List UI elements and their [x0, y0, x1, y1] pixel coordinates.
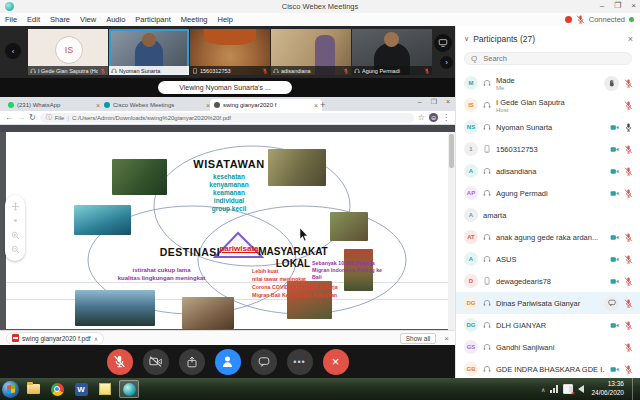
search-input[interactable]: [481, 53, 615, 64]
camera-on-icon[interactable]: [610, 189, 619, 198]
participant-row[interactable]: GB GDE INDRA BHASKARA GDE I...: [456, 358, 640, 380]
browser-minimize-button[interactable]: –: [418, 98, 422, 106]
participant-row-made[interactable]: M MadeMe: [456, 72, 640, 94]
taskbar-webex-button[interactable]: [119, 380, 139, 398]
participant-row[interactable]: DG DLH GIANYAR: [456, 314, 640, 336]
tab-close-icon[interactable]: ×: [314, 102, 318, 109]
muted-mic-icon[interactable]: [624, 101, 633, 110]
minimize-button[interactable]: –: [600, 1, 604, 10]
browser-maximize-button[interactable]: ❐: [431, 98, 437, 106]
browser-menu-icon[interactable]: ⋮: [442, 113, 450, 122]
tab-pdf-active[interactable]: swing gianyar2020 f×: [210, 99, 322, 111]
participant-row-host[interactable]: IS I Gede Gian SaputraHost: [456, 94, 640, 116]
taskbar-chrome-button[interactable]: [47, 380, 67, 398]
muted-mic-icon[interactable]: [624, 321, 633, 330]
camera-on-icon[interactable]: [610, 167, 619, 176]
participant-row-presenter[interactable]: NS Nyoman Sunarta: [456, 116, 640, 138]
chat-button[interactable]: [251, 349, 277, 375]
close-button[interactable]: ×: [631, 1, 636, 10]
reload-icon[interactable]: ↻: [29, 113, 36, 122]
chat-bubble-icon[interactable]: [604, 296, 619, 311]
taskbar-notes-button[interactable]: [95, 380, 115, 398]
camera-on-icon[interactable]: [610, 365, 619, 374]
show-all-downloads-button[interactable]: Show all: [400, 333, 437, 344]
video-tile[interactable]: IS I Gede Gian Saputra (Host): [28, 29, 108, 75]
participant-search[interactable]: Q: [464, 52, 632, 65]
mic-on-icon[interactable]: [624, 123, 633, 132]
muted-mic-icon[interactable]: [624, 189, 633, 198]
participant-row[interactable]: D dewagedearis78: [456, 270, 640, 292]
menu-participant[interactable]: Participant: [130, 15, 175, 24]
new-tab-button[interactable]: +: [320, 100, 325, 110]
forward-icon[interactable]: →: [17, 113, 25, 122]
downloaded-file-chip[interactable]: swing gianyar2020 f.pdf ∧: [6, 332, 104, 345]
end-meeting-button[interactable]: ×: [323, 349, 349, 375]
close-panel-icon[interactable]: ×: [628, 34, 633, 44]
more-options-button[interactable]: •••: [287, 349, 313, 375]
muted-mic-icon[interactable]: [624, 343, 633, 352]
close-downloads-icon[interactable]: ×: [444, 334, 449, 343]
strip-scroll-left-button[interactable]: ‹: [5, 43, 21, 59]
menu-edit[interactable]: Edit: [22, 15, 45, 24]
menu-audio[interactable]: Audio: [101, 15, 130, 24]
muted-mic-icon[interactable]: [624, 167, 633, 176]
muted-mic-icon[interactable]: [624, 299, 633, 308]
back-icon[interactable]: ←: [5, 113, 13, 122]
pdf-scrollbar[interactable]: [448, 132, 455, 330]
menu-file[interactable]: File: [0, 15, 22, 24]
network-icon[interactable]: [550, 385, 558, 393]
taskbar-word-button[interactable]: W: [71, 380, 91, 398]
camera-on-icon[interactable]: [610, 233, 619, 242]
menu-help[interactable]: Help: [212, 15, 237, 24]
zoom-in-icon[interactable]: [11, 231, 20, 240]
menu-meeting[interactable]: Meeting: [176, 15, 213, 24]
participant-row[interactable]: AP Agung Permadi: [456, 182, 640, 204]
menu-view[interactable]: View: [75, 15, 101, 24]
muted-mic-icon[interactable]: [624, 365, 633, 374]
tab-whatsapp[interactable]: (231) WhatsApp×: [4, 99, 104, 111]
start-button[interactable]: [2, 381, 19, 398]
strip-scroll-right-button[interactable]: ›: [440, 56, 453, 69]
tray-expand-icon[interactable]: ∧: [541, 386, 545, 393]
muted-mic-icon[interactable]: [624, 79, 633, 88]
profile-avatar[interactable]: Θ: [429, 113, 438, 122]
camera-on-icon[interactable]: [610, 255, 619, 264]
muted-mic-icon[interactable]: [624, 145, 633, 154]
participant-row[interactable]: AT anak agung gede raka ardan...: [456, 226, 640, 248]
video-tile[interactable]: 1560312753: [190, 29, 270, 75]
browser-close-button[interactable]: ×: [446, 98, 450, 106]
laser-pointer-icon[interactable]: [11, 216, 20, 225]
participant-row-selected[interactable]: DG Dinas Pariwisata Gianyar: [456, 292, 640, 314]
maximize-button[interactable]: ❐: [614, 1, 621, 10]
address-field[interactable]: ⓘ File | C:/Users/Admin/Downloads/swing%…: [40, 113, 414, 123]
video-tile[interactable]: adisandiana: [271, 29, 351, 75]
camera-button[interactable]: [143, 349, 169, 375]
chevron-up-icon[interactable]: ∧: [94, 335, 98, 342]
speaker-icon[interactable]: [578, 385, 584, 393]
mute-button[interactable]: [107, 349, 133, 375]
participant-row[interactable]: A ASUS: [456, 248, 640, 270]
taskbar-explorer-button[interactable]: [23, 380, 43, 398]
zoom-out-icon[interactable]: [11, 245, 20, 254]
camera-on-icon[interactable]: [610, 321, 619, 330]
camera-on-icon[interactable]: [610, 277, 619, 286]
bookmark-star-icon[interactable]: ☆: [418, 113, 425, 122]
video-tile-active-speaker[interactable]: Nyoman Sunarta: [109, 29, 189, 75]
participant-row[interactable]: A amarta: [456, 204, 640, 226]
chevron-down-icon[interactable]: ∨: [464, 35, 469, 43]
show-desktop-button[interactable]: [632, 378, 638, 400]
participant-row[interactable]: 1 1560312753: [456, 138, 640, 160]
menu-share[interactable]: Share: [45, 15, 75, 24]
participant-row[interactable]: A adisandiana: [456, 160, 640, 182]
muted-mic-icon[interactable]: [624, 255, 633, 264]
share-button[interactable]: [179, 349, 205, 375]
taskbar-clock[interactable]: 13:36 24/06/2020: [591, 380, 627, 398]
camera-on-icon[interactable]: [610, 123, 619, 132]
participant-row[interactable]: GS Gandhi Sanjiwani: [456, 336, 640, 358]
muted-mic-icon[interactable]: [624, 277, 633, 286]
camera-on-icon[interactable]: [610, 145, 619, 154]
pan-tool-icon[interactable]: [11, 202, 20, 211]
muted-mic-icon[interactable]: [624, 233, 633, 242]
tab-webex[interactable]: Cisco Webex Meetings×: [100, 99, 214, 111]
video-tile[interactable]: Agung Permadi: [352, 29, 432, 75]
